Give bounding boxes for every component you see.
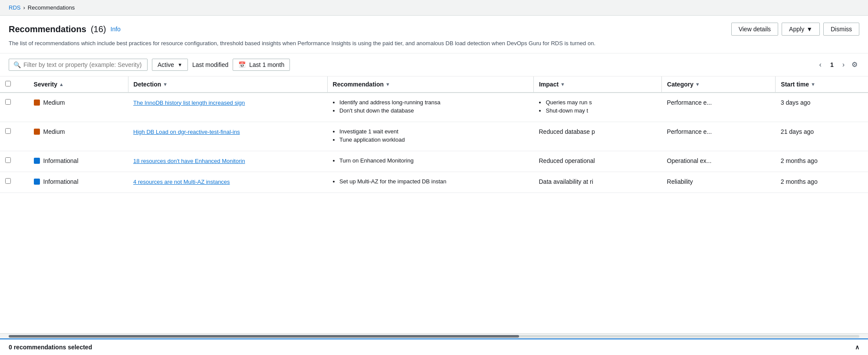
category-value: Performance e...: [667, 128, 712, 135]
recommendation-item: Investigate 1 wait event: [339, 128, 528, 135]
start-time-value: 2 months ago: [781, 178, 818, 185]
start-time-sort-icon: ▼: [811, 82, 815, 87]
detection-cell[interactable]: 4 resources are not Multi-AZ instances: [128, 172, 327, 192]
severity-label: Medium: [43, 128, 65, 135]
view-details-button[interactable]: View details: [731, 23, 778, 36]
detection-link[interactable]: High DB Load on dgr-reactive-test-final-…: [133, 129, 240, 135]
category-value: Reliability: [667, 178, 693, 185]
last-modified-label: Last modified: [192, 61, 228, 68]
horizontal-scrollbar[interactable]: [0, 333, 868, 338]
recommendation-item: Identify and address long-running transa: [339, 99, 528, 106]
recommendation-item: Tune application workload: [339, 136, 528, 143]
severity-icon: [34, 100, 40, 106]
severity-label: Medium: [43, 99, 65, 106]
detection-link[interactable]: 18 resources don't have Enhanced Monitor…: [133, 158, 245, 164]
pagination: ‹ 1 › ⚙: [816, 59, 859, 70]
breadcrumb-separator: ›: [23, 4, 25, 11]
start-time-value: 21 days ago: [781, 128, 814, 135]
title-group: Recommendations (16) Info: [9, 24, 121, 34]
status-dropdown[interactable]: Active ▼: [152, 59, 188, 71]
date-filter[interactable]: 📅 Last 1 month: [233, 59, 290, 71]
category-value: Performance e...: [667, 99, 712, 106]
start-time-cell: 21 days ago: [776, 122, 868, 151]
footer-chevron[interactable]: ∧: [855, 344, 859, 351]
search-box[interactable]: 🔍: [9, 59, 148, 71]
detection-cell[interactable]: High DB Load on dgr-reactive-test-final-…: [128, 122, 327, 151]
recommendation-item: Don't shut down the database: [339, 107, 528, 114]
page-title: Recommendations: [9, 24, 86, 34]
severity-label: Informational: [43, 178, 79, 185]
recommendations-count: (16): [91, 24, 106, 34]
category-cell: Performance e...: [662, 122, 776, 151]
recommendations-table: Severity ▲ Detection ▼ Recommendation: [0, 76, 868, 193]
severity-cell: Informational: [29, 172, 128, 192]
recommendation-item: Set up Multi-AZ for the impacted DB inst…: [339, 178, 528, 185]
severity-icon: [34, 158, 40, 164]
detection-sort-icon: ▼: [163, 82, 168, 87]
severity-cell: Medium: [29, 122, 128, 151]
breadcrumb: RDS › Recommendations: [0, 0, 868, 16]
severity-cell: Medium: [29, 93, 128, 122]
footer-bar: 0 recommendations selected ∧: [0, 338, 868, 355]
impact-cell: Reduced operational: [533, 151, 661, 172]
filter-bar: 🔍 Active ▼ Last modified 📅 Last 1 month …: [0, 53, 868, 76]
select-all-checkbox[interactable]: [5, 81, 11, 86]
detection-header[interactable]: Detection ▼: [128, 76, 327, 93]
start-time-value: 3 days ago: [781, 99, 811, 106]
info-link[interactable]: Info: [111, 26, 121, 33]
breadcrumb-current: Recommendations: [28, 4, 75, 11]
severity-icon: [34, 129, 40, 135]
recommendation-cell: Identify and address long-running transa…: [327, 93, 533, 122]
start-time-cell: 3 days ago: [776, 93, 868, 122]
category-cell: Operational ex...: [662, 151, 776, 172]
row-checkbox-1[interactable]: [5, 128, 11, 134]
impact-item: Queries may run s: [546, 99, 656, 106]
recommendation-header[interactable]: Recommendation ▼: [327, 76, 533, 93]
search-icon: 🔍: [13, 61, 21, 68]
prev-page-button[interactable]: ‹: [816, 59, 825, 70]
header-description: The list of recommendations which includ…: [9, 39, 616, 48]
category-cell: Reliability: [662, 172, 776, 192]
table-row: MediumHigh DB Load on dgr-reactive-test-…: [0, 122, 868, 151]
category-cell: Performance e...: [662, 93, 776, 122]
category-value: Operational ex...: [667, 157, 712, 164]
impact-cell: Queries may run sShut-down may t: [533, 93, 661, 122]
calendar-icon: 📅: [238, 61, 246, 68]
page-header: Recommendations (16) Info View details A…: [0, 16, 868, 53]
row-checkbox-3[interactable]: [5, 178, 11, 184]
search-input[interactable]: [23, 61, 143, 68]
category-header[interactable]: Category ▼: [662, 76, 776, 93]
table-row: Informational4 resources are not Multi-A…: [0, 172, 868, 192]
start-time-value: 2 months ago: [781, 157, 818, 164]
severity-header[interactable]: Severity ▲: [29, 76, 128, 93]
dismiss-button[interactable]: Dismiss: [823, 23, 859, 36]
severity-icon: [34, 179, 40, 185]
severity-label: Informational: [43, 157, 79, 164]
impact-sort-icon: ▼: [560, 82, 565, 87]
recommendation-sort-icon: ▼: [385, 82, 390, 87]
impact-cell: Data availability at ri: [533, 172, 661, 192]
settings-icon[interactable]: ⚙: [850, 59, 859, 70]
start-time-header[interactable]: Start time ▼: [776, 76, 868, 93]
impact-header[interactable]: Impact ▼: [533, 76, 661, 93]
status-value: Active: [158, 61, 174, 68]
detection-cell[interactable]: The InnoDB history list length increased…: [128, 93, 327, 122]
breadcrumb-rds[interactable]: RDS: [9, 4, 20, 11]
detection-cell[interactable]: 18 resources don't have Enhanced Monitor…: [128, 151, 327, 172]
detection-link[interactable]: The InnoDB history list length increased…: [133, 100, 245, 106]
start-time-cell: 2 months ago: [776, 151, 868, 172]
row-checkbox-2[interactable]: [5, 157, 11, 163]
severity-cell: Informational: [29, 151, 128, 172]
recommendation-item: Turn on Enhanced Monitoring: [339, 157, 528, 164]
impact-value: Data availability at ri: [539, 178, 593, 185]
recommendation-cell: Investigate 1 wait eventTune application…: [327, 122, 533, 151]
next-page-button[interactable]: ›: [839, 59, 848, 70]
apply-button[interactable]: Apply ▼: [782, 23, 820, 36]
detection-link[interactable]: 4 resources are not Multi-AZ instances: [133, 179, 230, 185]
recommendations-table-wrapper: Severity ▲ Detection ▼ Recommendation: [0, 76, 868, 334]
table-row: MediumThe InnoDB history list length inc…: [0, 93, 868, 122]
impact-item: Shut-down may t: [546, 107, 656, 114]
row-checkbox-0[interactable]: [5, 99, 11, 105]
impact-cell: Reduced database p: [533, 122, 661, 151]
select-all-header: [0, 76, 29, 93]
